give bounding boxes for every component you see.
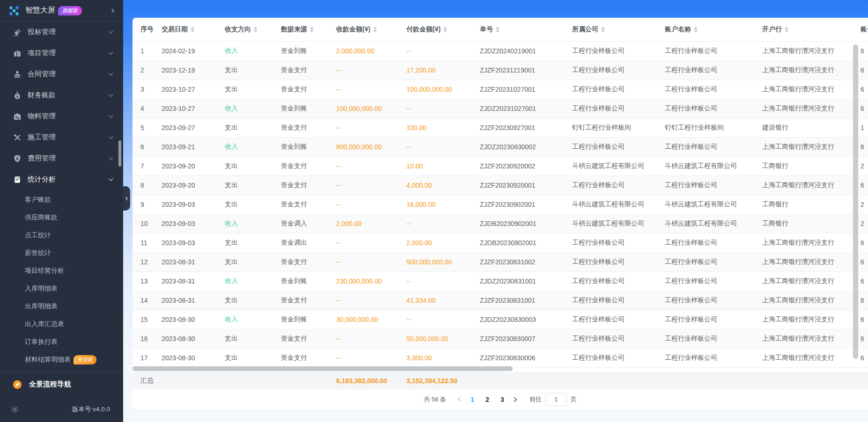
sidebar-item[interactable]: 物料管理 — [0, 106, 123, 127]
table-cell-no: 9 — [132, 201, 154, 208]
table-cell-no: 14 — [132, 297, 154, 304]
table-cell-account: 工程行业样板公司 — [657, 143, 755, 151]
table-cell-account: 工程行业样板公司 — [657, 277, 755, 285]
sidebar-scrollbar[interactable] — [118, 140, 121, 167]
building-icon — [13, 49, 22, 58]
horizontal-scrollbar[interactable] — [132, 366, 513, 371]
edition-badge: 专业版 — [74, 355, 96, 364]
table-cell-date: 2023-09-27 — [154, 124, 217, 131]
table-cell-company: 工程行业样板公司 — [565, 258, 657, 266]
sidebar-subitem-label: 材料结算明细表 — [25, 356, 71, 364]
sort-icon[interactable] — [373, 27, 377, 32]
sort-icon[interactable] — [254, 27, 257, 32]
table-cell-account: 工程行业样板公司 — [657, 66, 755, 74]
table-cell-order_no: ZJZF20230831001 — [472, 297, 565, 304]
table-cell-source: 资金到账 — [273, 315, 329, 324]
table-cell-source: 资金到账 — [273, 143, 329, 151]
table-cell-dir: 支出 — [217, 66, 273, 74]
page-number-button[interactable]: 3 — [496, 393, 509, 406]
table-cell-order_no: ZJZF20230902001 — [472, 201, 565, 208]
sidebar-item[interactable]: 项目管理 — [0, 43, 123, 64]
table-cell-date: 2023-12-19 — [154, 66, 217, 74]
prev-page-button[interactable] — [454, 393, 465, 406]
table-cell-payment: -- — [399, 143, 472, 151]
table-cell-dir: 收入 — [217, 315, 273, 324]
sidebar-subitem[interactable]: 点工统计 — [0, 226, 123, 244]
table-cell-receipt: -- — [329, 66, 399, 74]
sidebar-subitem[interactable]: 出库明细表 — [0, 298, 123, 315]
sidebar-subitem[interactable]: 客户账款 — [0, 191, 123, 209]
sidebar-item[interactable]: 合同管理 — [0, 64, 123, 85]
sidebar-subitem-label: 入库明细表 — [25, 284, 58, 293]
sidebar-subitem[interactable]: 项目经营分析 — [0, 262, 123, 280]
table-cell-dir: 支出 — [217, 239, 273, 247]
sidebar-subitem[interactable]: 供应商账款 — [0, 209, 123, 226]
table-cell-dir: 支出 — [217, 162, 273, 170]
table-row: 162023-08-30支出资金支付--50,000,000.00ZJZF202… — [132, 329, 868, 349]
gear-icon[interactable] — [10, 405, 19, 414]
sidebar-subitem[interactable]: 材料结算明细表专业版 — [0, 351, 123, 369]
table-cell-payment: 2,000.00 — [399, 239, 472, 247]
sidebar-subitem-label: 客户账款 — [25, 196, 51, 204]
summary-label: 汇总 — [132, 377, 154, 385]
sort-icon[interactable] — [601, 27, 605, 32]
summary-receipt-total: 6,183,382,000.00 — [329, 377, 399, 385]
sort-icon[interactable] — [443, 27, 447, 32]
sidebar-collapse-handle[interactable] — [123, 186, 130, 211]
sidebar-item[interactable]: 财务账款 — [0, 85, 123, 106]
sidebar-subitem[interactable]: 薪资统计 — [0, 244, 123, 262]
sidebar-item[interactable]: 投标管理 — [0, 22, 123, 43]
page-number-button[interactable]: 2 — [481, 393, 494, 406]
table-cell-payment: 500,000,000.00 — [399, 258, 472, 266]
sidebar-subitem[interactable]: 订单执行表 — [0, 333, 123, 351]
sidebar-item[interactable]: 费用管理 — [0, 148, 123, 169]
table-row: 42023-10-27收入资金到账100,000,000.00--ZJDZ202… — [132, 99, 868, 118]
table-cell-receipt: 100,000,000.00 — [329, 105, 399, 112]
sidebar-item[interactable]: 施工管理 — [0, 127, 123, 148]
sidebar-logo-item[interactable]: 智慧大屏 旗舰版 — [0, 0, 123, 21]
table-cell-order_no: ZJZF20231027001 — [472, 86, 565, 93]
table-cell-account: 工程行业样板公司 — [657, 296, 755, 305]
page-number-button[interactable]: 1 — [466, 393, 479, 406]
table-cell-company: 工程行业样板公司 — [565, 296, 657, 305]
table-cell-date: 2023-10-27 — [154, 86, 217, 93]
next-page-button[interactable] — [510, 393, 521, 406]
sort-icon[interactable] — [496, 27, 500, 32]
sidebar-subitem[interactable]: 出入库汇总表 — [0, 315, 123, 333]
goto-page-input[interactable] — [545, 393, 567, 406]
table-cell-bank: 建设银行 — [755, 124, 853, 132]
sort-icon[interactable] — [310, 27, 314, 32]
table-cell-source: 资金到账 — [273, 277, 329, 285]
table-cell-order_no: ZJZF20230927001 — [472, 124, 565, 131]
table-cell-date: 2023-08-31 — [154, 297, 217, 304]
table-cell-dir: 支出 — [217, 335, 273, 343]
data-table-card: 序号交易日期收支方向数据来源收款金额(¥)付款金额(¥)单号所属公司账户名称开户… — [132, 18, 868, 409]
table-cell-receipt: -- — [329, 182, 399, 189]
goto-page-label: 前往 — [530, 395, 542, 404]
table-cell-receipt: -- — [329, 354, 399, 362]
sidebar-item[interactable]: 统计分析 — [0, 169, 123, 190]
chevron-down-icon — [108, 29, 114, 35]
table-cell-payment: 16,000.00 — [399, 201, 472, 208]
vertical-scrollbar[interactable] — [853, 44, 858, 359]
table-cell-dir: 支出 — [217, 85, 273, 94]
sidebar: 智慧大屏 旗舰版 投标管理项目管理合同管理财务账款物料管理施工管理费用管理统计分… — [0, 0, 123, 422]
sidebar-item-process-navigation[interactable]: 全景流程导航 — [0, 372, 123, 397]
column-header: 收支方向 — [217, 25, 273, 34]
sidebar-subitem[interactable]: 入库明细表 — [0, 280, 123, 298]
table-cell-receipt: 800,000,000.00 — [329, 143, 399, 151]
column-label: 收款金额(¥) — [336, 25, 370, 34]
sort-icon[interactable] — [694, 27, 698, 32]
table-cell-date: 2023-08-31 — [154, 258, 217, 266]
sort-icon[interactable] — [785, 27, 788, 32]
table-cell-payment: 100,000,000.00 — [399, 86, 472, 93]
table-row: 92023-09-03支出资金支付--16,000.00ZJZF20230902… — [132, 195, 868, 214]
column-label: 账号 — [861, 25, 868, 34]
table-cell-bank: 工商银行 — [755, 200, 853, 209]
table-cell-bank: 工商银行 — [755, 219, 853, 228]
table-cell-date: 2023-09-03 — [154, 239, 217, 247]
table-cell-company: 斗栱云建筑工程有限公司 — [565, 200, 657, 209]
sort-icon[interactable] — [191, 27, 194, 32]
column-header: 单号 — [472, 25, 565, 34]
gavel-icon — [13, 28, 22, 36]
